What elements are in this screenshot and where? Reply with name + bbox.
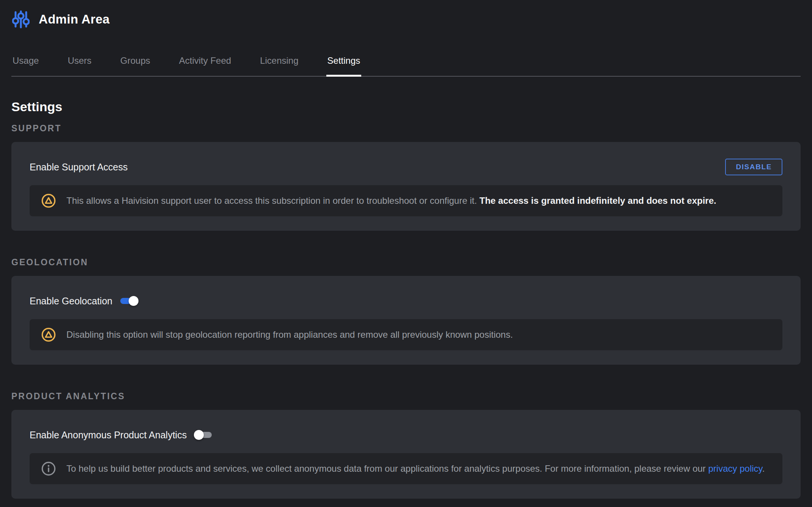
info-circle-icon — [41, 461, 56, 476]
tab-usage[interactable]: Usage — [13, 44, 39, 76]
section-heading-product-analytics: PRODUCT ANALYTICS — [11, 391, 801, 402]
toggle-knob — [129, 296, 138, 306]
analytics-notice-suffix: . — [762, 463, 765, 474]
geolocation-card: Enable Geolocation Disabling this option… — [11, 276, 801, 365]
enable-support-access-label: Enable Support Access — [30, 162, 128, 173]
app-header: Admin Area — [0, 0, 812, 29]
tab-licensing[interactable]: Licensing — [260, 44, 298, 76]
analytics-notice-body: To help us build better products and ser… — [66, 463, 708, 474]
product-analytics-notice: To help us build better products and ser… — [30, 453, 782, 484]
warning-triangle-icon — [41, 327, 56, 342]
support-notice: This allows a Haivision support user to … — [30, 185, 782, 216]
enable-geolocation-label: Enable Geolocation — [30, 296, 112, 307]
disable-support-button[interactable]: DISABLE — [725, 159, 782, 175]
admin-area-page: Admin Area Usage Users Groups Activity F… — [0, 0, 812, 507]
support-setting-row: Enable Support Access DISABLE — [30, 159, 782, 175]
toggle-knob — [194, 430, 204, 440]
geolocation-toggle[interactable] — [120, 296, 138, 306]
support-notice-bold: The access is granted indefinitely and d… — [480, 195, 716, 206]
support-notice-text: This allows a Haivision support user to … — [66, 195, 716, 207]
tab-users[interactable]: Users — [68, 44, 91, 76]
section-heading-geolocation: GEOLOCATION — [11, 257, 801, 268]
support-notice-body: This allows a Haivision support user to … — [66, 195, 480, 206]
warning-triangle-icon — [41, 193, 56, 208]
geolocation-notice-text: Disabling this option will stop geolocat… — [66, 329, 513, 341]
section-heading-support: SUPPORT — [11, 123, 801, 134]
tab-settings[interactable]: Settings — [327, 44, 360, 76]
main-content: Settings SUPPORT Enable Support Access D… — [0, 99, 812, 499]
page-title: Settings — [11, 99, 801, 114]
tab-activity-feed[interactable]: Activity Feed — [179, 44, 231, 76]
product-analytics-card: Enable Anonymous Product Analytics To he… — [11, 410, 801, 499]
tabbar: Usage Users Groups Activity Feed Licensi… — [11, 44, 801, 77]
sliders-icon — [12, 10, 30, 29]
privacy-policy-link[interactable]: privacy policy — [708, 463, 762, 474]
geolocation-notice: Disabling this option will stop geolocat… — [30, 319, 782, 350]
product-analytics-notice-text: To help us build better products and ser… — [66, 463, 765, 475]
product-analytics-setting-row: Enable Anonymous Product Analytics — [30, 427, 782, 443]
geolocation-setting-row: Enable Geolocation — [30, 293, 782, 309]
enable-product-analytics-label: Enable Anonymous Product Analytics — [30, 430, 187, 441]
support-card: Enable Support Access DISABLE This allow… — [11, 142, 801, 231]
product-analytics-toggle[interactable] — [194, 430, 212, 440]
app-title: Admin Area — [39, 12, 110, 27]
tab-groups[interactable]: Groups — [120, 44, 150, 76]
